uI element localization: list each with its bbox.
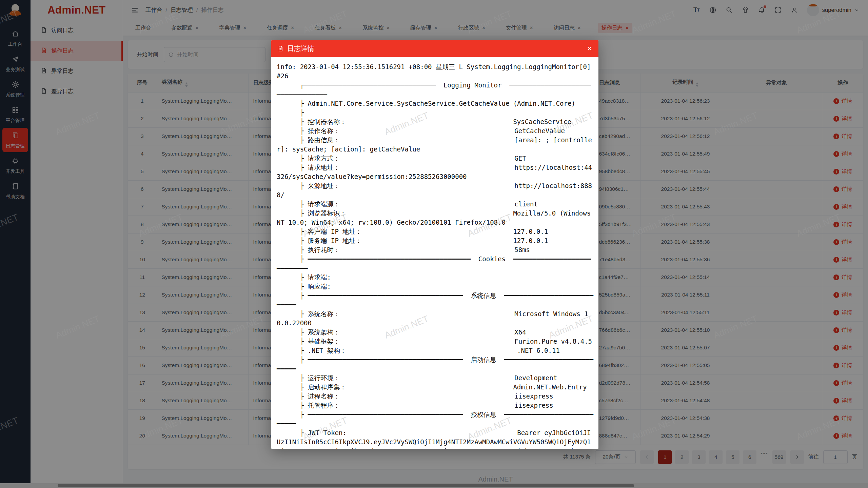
modal-header: 日志详情 ✕ bbox=[271, 40, 598, 57]
log-detail-text: info: 2023-01-04 12:55:36.1516291 +08:00… bbox=[277, 62, 594, 449]
log-detail-modal: 日志详情 ✕ info: 2023-01-04 12:55:36.1516291… bbox=[271, 40, 598, 449]
document-icon bbox=[277, 45, 284, 52]
modal-body-scroll[interactable]: info: 2023-01-04 12:55:36.1516291 +08:00… bbox=[271, 57, 598, 449]
modal-title: 日志详情 bbox=[287, 44, 314, 53]
close-icon[interactable]: ✕ bbox=[587, 45, 592, 52]
